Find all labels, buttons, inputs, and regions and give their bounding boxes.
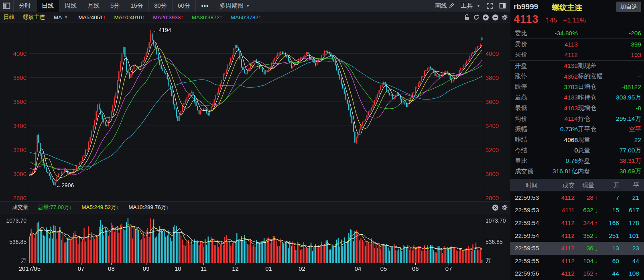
tick-rows: 22:59:53411228↑72122:59:534111632↓156172…	[510, 191, 644, 280]
tick-open: 166	[601, 219, 619, 227]
quote-value: 316.81亿	[543, 167, 578, 176]
volume-readout-text: MA10:289.76万	[128, 204, 166, 211]
tick-row[interactable]: 22:59:53411228↑721	[510, 191, 644, 204]
tick-row[interactable]: 22:59:554112104↓6044	[510, 255, 644, 268]
tick-time: 22:59:53	[515, 194, 549, 201]
x-axis-label: 04	[355, 265, 362, 272]
column-header-volume: 现量	[575, 182, 601, 189]
quote-value: 38.69万	[590, 167, 641, 176]
up-arrow-icon: ↑	[593, 270, 601, 277]
window-icon[interactable]	[0, 0, 14, 12]
tick-row[interactable]: 22:59:544112344↑166178	[510, 217, 644, 229]
tab-分时[interactable]: 分时	[14, 0, 37, 12]
tick-volume: 352	[575, 232, 593, 239]
tab-日线[interactable]: 日线	[37, 0, 59, 12]
fullscreen-icon[interactable]	[486, 2, 493, 9]
quote-value: 4133	[543, 94, 578, 101]
tick-time: 22:59:56	[515, 270, 549, 277]
column-header-close: 平	[619, 182, 639, 189]
ma-selector-dropdown[interactable]: MA ▼	[54, 14, 68, 20]
quote-label: 现量	[578, 136, 590, 144]
close-icon[interactable]	[492, 204, 499, 211]
zoom-in-icon[interactable]	[482, 14, 489, 21]
quote-label: 量比	[515, 157, 543, 165]
tab-5分[interactable]: 5分	[105, 0, 125, 12]
tick-close: 23	[619, 245, 639, 252]
tick-row[interactable]: 22:59:544112352↓251101	[510, 229, 644, 242]
tick-price: 4112	[549, 219, 575, 227]
price-axis-label-right: 3800	[486, 74, 499, 81]
tick-open: 251	[601, 232, 619, 239]
chevron-down-icon: ▼	[246, 4, 250, 8]
tick-open: 60	[601, 258, 619, 265]
tab-周线[interactable]: 周线	[59, 0, 82, 12]
x-axis-label: 02	[299, 265, 305, 272]
multi-period-tab[interactable]: 多周期图 ▼	[214, 0, 255, 12]
ma-readouts: MA5:4051↑MA10:4010↑MA20:3933↑MA30:3872↑M…	[78, 14, 261, 20]
ma-readout: MA20:3933↑	[153, 14, 183, 20]
quote-row: 振幅0.73%开平仓空平	[510, 124, 644, 134]
tick-time: 22:59:54	[515, 219, 549, 227]
quote-value: -206	[578, 30, 641, 37]
x-axis-label: 11	[201, 265, 207, 272]
tab-月线[interactable]: 月线	[82, 0, 105, 12]
quote-label: 日增仓	[578, 83, 597, 91]
tick-time: 22:59:54	[515, 232, 549, 239]
ma-readout: MA30:3872↑	[192, 14, 222, 20]
price-axis-label-left: 3000	[6, 170, 26, 177]
quote-row: 委比-34.80%-206	[510, 28, 644, 39]
price-axis-label-right: 3200	[486, 146, 499, 153]
tools-button[interactable]: 工具 ▼	[461, 2, 480, 10]
gear-icon[interactable]	[502, 14, 508, 20]
quote-label: 涨停	[515, 72, 543, 81]
quote-row: 开盘4132期现差--	[510, 60, 644, 71]
price-axis-label-right: 3400	[486, 122, 499, 129]
quote-row: 均价4114持仓295.14万	[510, 114, 644, 124]
price-axis-label-left: 3200	[6, 146, 26, 153]
tick-price: 4112	[549, 194, 575, 201]
quote-label: 内盘	[578, 167, 590, 176]
kline-chart-canvas[interactable]	[0, 0, 510, 280]
draw-line-button[interactable]: 画线	[435, 2, 455, 10]
price-axis-label-right: 3600	[486, 98, 499, 105]
tick-open: 7	[601, 194, 619, 201]
quote-label: 今结	[515, 146, 543, 155]
quote-row: 跌停3783日增仓-88122	[510, 82, 644, 92]
x-axis-label: 06	[412, 265, 419, 272]
quote-value: 4113	[543, 41, 578, 48]
down-arrow-icon: ↓	[593, 258, 601, 264]
last-price: 4113	[514, 13, 539, 26]
more-periods-button[interactable]: •••	[196, 0, 214, 12]
quote-value: 22	[590, 136, 641, 144]
up-arrow-icon: ↑	[258, 14, 261, 20]
quote-label: 外盘	[578, 157, 590, 165]
toolbar-right: 画线 工具 ▼	[435, 0, 510, 12]
tick-close: 101	[619, 232, 639, 239]
tab-15分[interactable]: 15分	[125, 0, 149, 12]
x-axis-label: 08	[108, 265, 115, 272]
volume-readout-text: MA5:249.52万	[81, 204, 116, 211]
column-header-time: 时间	[515, 182, 549, 189]
tick-row[interactable]: 22:59:55411236↓1323	[510, 242, 644, 255]
tick-open: 44	[601, 270, 619, 277]
quote-row: 成交额316.81亿内盘38.69万	[510, 166, 644, 177]
tick-volume: 36	[575, 245, 593, 252]
volume-title: 成交量	[12, 204, 28, 211]
refresh-icon[interactable]	[473, 14, 479, 20]
x-axis-label: 10	[175, 265, 181, 272]
quote-value: -34.80%	[543, 30, 578, 37]
tick-row[interactable]: 22:59:534111632↓15617	[510, 204, 644, 217]
zoom-out-icon[interactable]	[492, 14, 499, 21]
split-panel-icon[interactable]	[499, 2, 506, 9]
quote-value: 0.73%	[543, 126, 578, 133]
gear-icon[interactable]	[502, 204, 508, 211]
unlock-icon[interactable]	[464, 14, 470, 20]
up-arrow-icon: ↑	[593, 219, 601, 226]
quote-value: -88122	[597, 83, 642, 91]
quote-value: 4132	[543, 62, 578, 69]
tab-30分[interactable]: 30分	[149, 0, 173, 12]
tick-row[interactable]: 22:59:564112152↑44108	[510, 267, 644, 280]
tab-60分[interactable]: 60分	[173, 0, 196, 12]
tick-volume: 104	[575, 258, 593, 265]
add-to-watchlist-button[interactable]: 加自选	[616, 2, 641, 12]
